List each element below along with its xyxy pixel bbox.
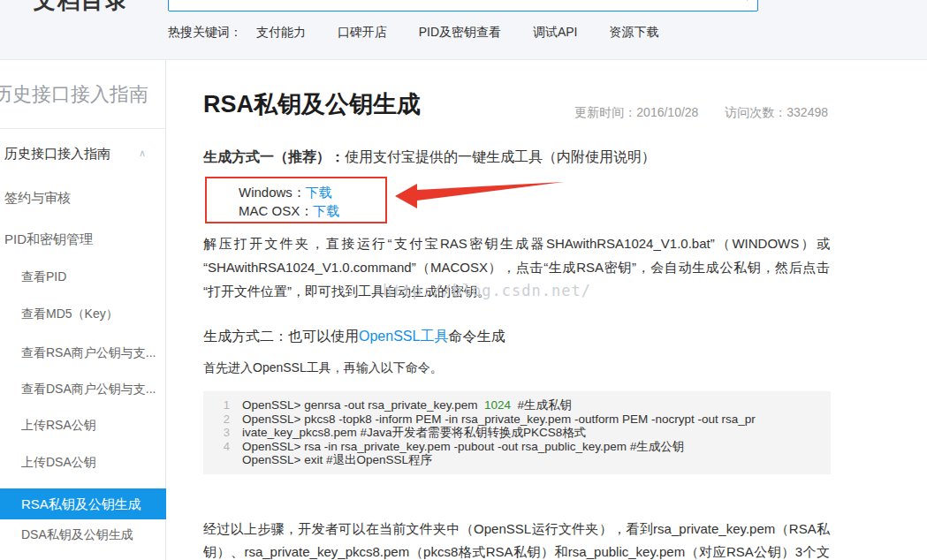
section-heading-method-1: 生成方式一（推荐）：使用支付宝提供的一键生成工具（内附使用说明） [203, 148, 656, 167]
sidebar-item-upload-dsa-pubkey[interactable]: 上传DSA公钥 [21, 455, 183, 471]
page: 文档目录 热搜关键词： 支付能力 口碑开店 PID及密钥查看 调试API 资源下… [0, 0, 927, 560]
topbar: 文档目录 热搜关键词： 支付能力 口碑开店 PID及密钥查看 调试API 资源下… [0, 0, 927, 60]
line-number [203, 453, 230, 467]
sidebar-item-view-md5-key[interactable]: 查看MD5（Key） [21, 306, 183, 322]
sidebar-item-label: 查看RSA商户公钥与支... [21, 345, 156, 359]
sidebar-item-label: 查看PID [21, 269, 66, 284]
download-label-macosx: MAC OSX： [239, 203, 313, 218]
hot-keywords-label: 热搜关键词： [168, 25, 242, 39]
section1-heading-bold: 生成方式一（推荐）： [203, 149, 345, 164]
hot-keyword-link[interactable]: 调试API [533, 25, 578, 39]
section1-heading-rest: 使用支付宝提供的一键生成工具（内附使用说明） [345, 149, 656, 164]
paragraph-result-files: 经过以上步骤，开发者可以在当前文件夹中（OpenSSL运行文件夹），看到rsa_… [203, 518, 830, 560]
code-text: OpenSSL> pkcs8 -topk8 -inform PEM -in rs… [242, 412, 756, 427]
sidebar-item-view-rsa-merchant-pubkey[interactable]: 查看RSA商户公钥与支... [21, 345, 183, 361]
sidebar-item-label: 查看MD5（Key） [21, 306, 118, 321]
meta-updated: 更新时间：2016/10/28 [574, 105, 698, 119]
download-link-macosx[interactable]: 下载 [313, 203, 339, 218]
download-box: Windows：下载 MAC OSX：下载 [205, 177, 387, 223]
main-content: RSA私钥及公钥生成 更新时间：2016/10/28 访问次数：332498 生… [167, 60, 927, 560]
page-title: RSA私钥及公钥生成 [203, 88, 421, 120]
sidebar-item-label: DSA私钥及公钥生成 [21, 527, 133, 541]
site-logo[interactable]: 文档目录 [34, 0, 129, 15]
code-line: 3ivate_key_pkcs8.pem #Java开发者需要将私钥转换成PKC… [203, 426, 831, 440]
red-arrow-annotation [392, 175, 569, 212]
meta-visits: 访问次数：332498 [725, 105, 828, 119]
article-meta: 更新时间：2016/10/28 访问次数：332498 [574, 105, 828, 121]
paragraph-openssl-intro: 首先进入OpenSSL工具，再输入以下命令。 [203, 356, 830, 380]
sidebar-item-label: 查看DSA商户公钥与支... [21, 382, 156, 396]
hot-keyword-link[interactable]: PID及密钥查看 [419, 25, 501, 39]
line-number: 1 [203, 398, 230, 412]
sidebar-item-dsa-key-generation[interactable]: DSA私钥及公钥生成 [21, 527, 183, 543]
code-text: OpenSSL> rsa -in rsa_private_key.pem -pu… [242, 440, 684, 454]
hot-keyword-link[interactable]: 资源下载 [609, 25, 658, 39]
sidebar-item-rsa-key-generation[interactable]: RSA私钥及公钥生成 [0, 488, 166, 519]
chevron-up-icon[interactable]: ∧ [139, 148, 146, 159]
sidebar-item-label: PID和密钥管理 [4, 231, 93, 246]
search-input[interactable] [168, 0, 758, 11]
line-number: 2 [203, 412, 230, 427]
sidebar-item-upload-rsa-pubkey[interactable]: 上传RSA公钥 [21, 418, 183, 434]
hot-keyword-link[interactable]: 口碑开店 [338, 25, 387, 39]
openssl-tool-link[interactable]: OpenSSL工具 [359, 329, 448, 344]
sidebar-item-label: 上传RSA公钥 [21, 418, 96, 432]
code-text: ivate_key_pkcs8.pem #Java开发者需要将私钥转换成PKCS… [242, 426, 586, 440]
search-icon[interactable] [733, 0, 749, 2]
code-block: 1OpenSSL> genrsa -out rsa_private_key.pe… [203, 391, 831, 474]
section2-suffix: 命令生成 [448, 329, 505, 344]
sidebar-item-view-dsa-merchant-pubkey[interactable]: 查看DSA商户公钥与支... [21, 382, 183, 397]
code-text: OpenSSL> genrsa -out rsa_private_key.pem… [242, 398, 572, 412]
sidebar-group-label: 历史接口接入指南 [4, 146, 110, 161]
sidebar-item-view-pid[interactable]: 查看PID [21, 269, 183, 285]
section2-prefix: 生成方式二：也可以使用 [203, 329, 359, 344]
sidebar-item-label: 签约与审核 [4, 190, 71, 205]
code-line: 2OpenSSL> pkcs8 -topk8 -inform PEM -in r… [203, 412, 831, 427]
code-line: OpenSSL> exit #退出OpenSSL程序 [203, 453, 831, 467]
download-label-windows: Windows： [239, 185, 306, 200]
download-link-windows[interactable]: 下载 [306, 185, 332, 200]
code-text: OpenSSL> exit #退出OpenSSL程序 [242, 453, 432, 467]
sidebar-item-label: 上传DSA公钥 [21, 455, 96, 469]
hot-keyword-link[interactable]: 支付能力 [256, 25, 306, 39]
sidebar-item-label: RSA私钥及公钥生成 [21, 496, 141, 511]
code-highlight-1024: 1024 [484, 398, 511, 412]
sidebar-item-pid-key-management[interactable]: PID和密钥管理 ∧ [4, 231, 166, 248]
watermark-text: http://blog.csdn.net/ [383, 282, 591, 299]
line-number: 3 [203, 426, 230, 440]
section-heading-method-2: 生成方式二：也可以使用OpenSSL工具命令生成 [203, 328, 505, 346]
code-line: 4OpenSSL> rsa -in rsa_private_key.pem -p… [203, 440, 831, 454]
sidebar-divider [0, 128, 166, 129]
sidebar-panel-title: 历史接口接入指南 [0, 81, 148, 108]
download-row-macosx: MAC OSX：下载 [239, 201, 385, 220]
search-box [168, 0, 758, 11]
download-row-windows: Windows：下载 [239, 183, 385, 201]
line-number: 4 [203, 440, 230, 454]
hot-keywords-row: 热搜关键词： 支付能力 口碑开店 PID及密钥查看 调试API 资源下载 [168, 25, 687, 41]
sidebar-group-history-guide[interactable]: 历史接口接入指南 ∧ [4, 146, 162, 163]
sidebar-item-signing-review[interactable]: 签约与审核 [4, 190, 166, 207]
code-line: 1OpenSSL> genrsa -out rsa_private_key.pe… [203, 398, 831, 412]
sidebar: 历史接口接入指南 历史接口接入指南 ∧ 签约与审核 PID和密钥管理 ∧ 查看P… [0, 60, 166, 560]
